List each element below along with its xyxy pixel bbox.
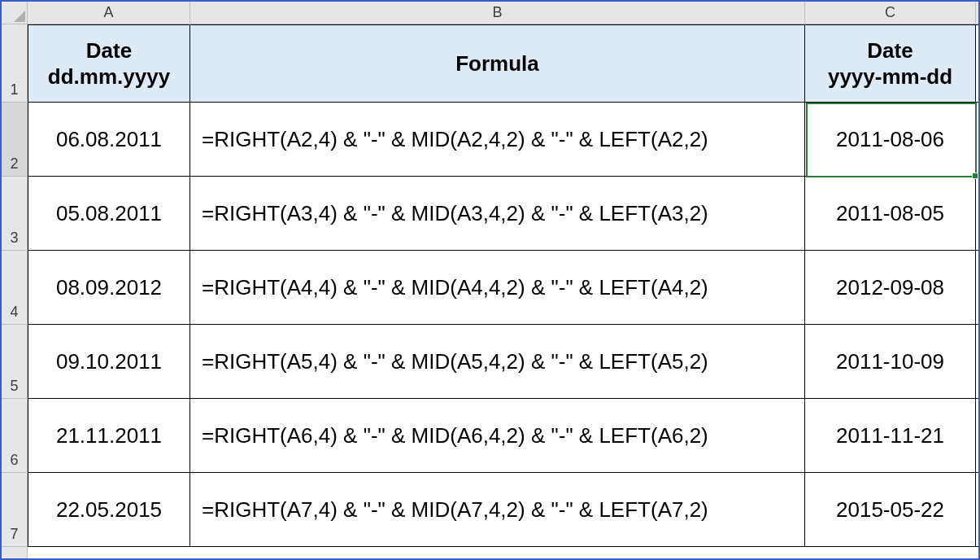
table-row: 06.08.2011 =RIGHT(A2,4) & "-" & MID(A2,4… — [28, 103, 978, 177]
cell-C7[interactable]: 2015-05-22 — [805, 473, 976, 546]
cell-B7[interactable]: =RIGHT(A7,4) & "-" & MID(A7,4,2) & "-" &… — [190, 473, 805, 546]
header-cell-C[interactable]: Date yyyy-mm-dd — [805, 25, 976, 102]
cell-C2[interactable]: 2011-08-06 — [805, 103, 976, 176]
cell-A3[interactable]: 05.08.2011 — [28, 177, 190, 250]
cell-A2[interactable]: 06.08.2011 — [28, 103, 190, 176]
cell-B3[interactable]: =RIGHT(A3,4) & "-" & MID(A3,4,2) & "-" &… — [190, 177, 805, 250]
cell-B4[interactable]: =RIGHT(A4,4) & "-" & MID(A4,4,2) & "-" &… — [190, 251, 805, 324]
cell-C5[interactable]: 2011-10-09 — [805, 325, 976, 398]
cell-A7[interactable]: 22.05.2015 — [28, 473, 190, 546]
cell-B5[interactable]: =RIGHT(A5,4) & "-" & MID(A5,4,2) & "-" &… — [190, 325, 805, 398]
column-header-A[interactable]: A — [28, 2, 190, 24]
cell-B2[interactable]: =RIGHT(A2,4) & "-" & MID(A2,4,2) & "-" &… — [190, 103, 805, 176]
table-row: 08.09.2012 =RIGHT(A4,4) & "-" & MID(A4,4… — [28, 251, 978, 325]
grid-body: Date dd.mm.yyyy Formula Date yyyy-mm-dd … — [28, 24, 978, 558]
cell-C6[interactable]: 2011-11-21 — [805, 399, 976, 472]
row-header-7[interactable]: 7 — [2, 473, 27, 547]
column-header-B[interactable]: B — [190, 2, 805, 24]
row-header-5[interactable]: 5 — [2, 325, 27, 399]
cell-C4[interactable]: 2012-09-08 — [805, 251, 976, 324]
table-header-row: Date dd.mm.yyyy Formula Date yyyy-mm-dd — [28, 24, 978, 103]
spreadsheet: A B C 1 2 3 4 5 6 7 Date dd.mm.yyyy Form… — [0, 0, 980, 560]
row-headers: 1 2 3 4 5 6 7 — [2, 24, 28, 558]
table-row: 22.05.2015 =RIGHT(A7,4) & "-" & MID(A7,4… — [28, 473, 978, 547]
row-header-6[interactable]: 6 — [2, 399, 27, 473]
row-header-3[interactable]: 3 — [2, 177, 27, 251]
row-header-4[interactable]: 4 — [2, 251, 27, 325]
cell-A4[interactable]: 08.09.2012 — [28, 251, 190, 324]
row-header-1[interactable]: 1 — [2, 24, 27, 103]
column-header-C[interactable]: C — [805, 2, 976, 24]
select-all-corner[interactable] — [2, 2, 28, 24]
table-row: 09.10.2011 =RIGHT(A5,4) & "-" & MID(A5,4… — [28, 325, 978, 399]
column-headers: A B C — [28, 2, 978, 24]
header-cell-B[interactable]: Formula — [190, 25, 805, 102]
select-all-triangle-icon — [14, 11, 25, 22]
table-row: 05.08.2011 =RIGHT(A3,4) & "-" & MID(A3,4… — [28, 177, 978, 251]
table-row: 21.11.2011 =RIGHT(A6,4) & "-" & MID(A6,4… — [28, 399, 978, 473]
cell-B6[interactable]: =RIGHT(A6,4) & "-" & MID(A6,4,2) & "-" &… — [190, 399, 805, 472]
cell-A6[interactable]: 21.11.2011 — [28, 399, 190, 472]
header-cell-A[interactable]: Date dd.mm.yyyy — [28, 25, 190, 102]
row-header-2[interactable]: 2 — [2, 103, 27, 177]
cell-C3[interactable]: 2011-08-05 — [805, 177, 976, 250]
cell-A5[interactable]: 09.10.2011 — [28, 325, 190, 398]
